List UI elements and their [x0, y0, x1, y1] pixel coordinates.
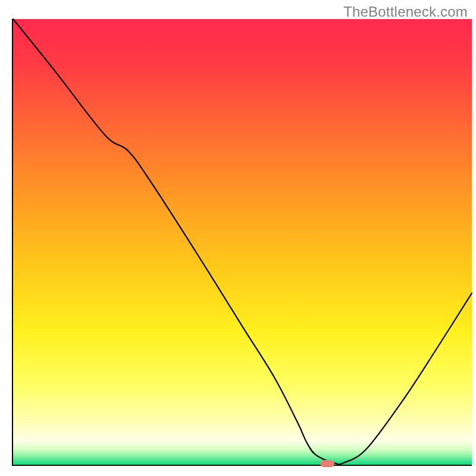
chart-container: TheBottleneck.com	[0, 0, 476, 476]
plot-area	[12, 19, 472, 466]
watermark-text: TheBottleneck.com	[343, 4, 468, 20]
plot-svg	[13, 19, 472, 465]
gradient-background	[13, 19, 472, 465]
